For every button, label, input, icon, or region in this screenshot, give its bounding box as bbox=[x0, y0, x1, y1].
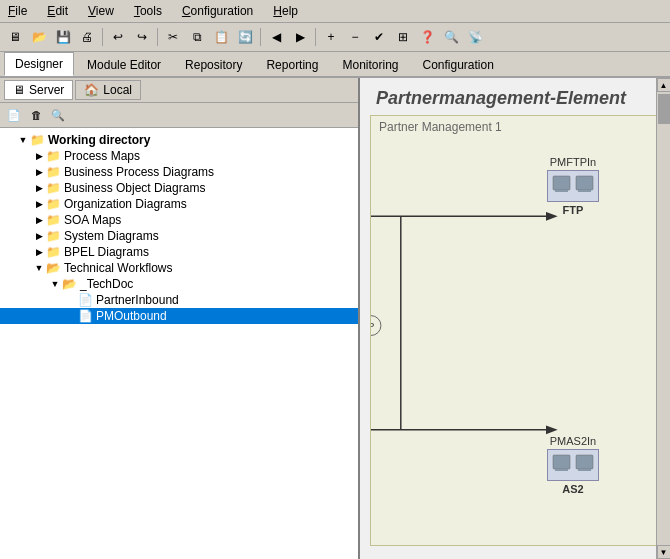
ftp-label: FTP bbox=[563, 204, 584, 216]
home-icon: 🏠 bbox=[84, 83, 99, 97]
toolbar-wireless[interactable]: 📡 bbox=[464, 26, 486, 48]
toolbar-paste[interactable]: 📋 bbox=[210, 26, 232, 48]
right-panel: Partnermanagement-Element Partner Manage… bbox=[360, 78, 670, 559]
left-panel: 🖥 Server 🏠 Local 📄 🗑 🔍 ▼ 📁 Working direc… bbox=[0, 78, 360, 559]
node-as2[interactable]: PMAS2In AS2 bbox=[547, 435, 599, 495]
toolbar-zoom-out[interactable]: − bbox=[344, 26, 366, 48]
sep2 bbox=[157, 28, 158, 46]
scroll-track[interactable] bbox=[658, 94, 670, 543]
toolbar-undo[interactable]: ↩ bbox=[107, 26, 129, 48]
svg-rect-8 bbox=[578, 190, 591, 192]
menu-help[interactable]: Help bbox=[269, 2, 302, 20]
tree-new-btn[interactable]: 📄 bbox=[4, 105, 24, 125]
list-item[interactable]: ▶ 📁 SOA Maps bbox=[0, 212, 358, 228]
expand-root[interactable]: ▼ bbox=[16, 133, 30, 147]
tab-bar: Designer Module Editor Repository Report… bbox=[0, 52, 670, 78]
menu-view[interactable]: View bbox=[84, 2, 118, 20]
folder-closed-icon: 📁 bbox=[46, 149, 61, 163]
menu-bar: File Edit View Tools Configuration Help bbox=[0, 0, 670, 23]
svg-rect-5 bbox=[553, 176, 570, 190]
toolbar-cut[interactable]: ✂ bbox=[162, 26, 184, 48]
main-content: 🖥 Server 🏠 Local 📄 🗑 🔍 ▼ 📁 Working direc… bbox=[0, 78, 670, 559]
list-item[interactable]: 📄 PartnerInbound bbox=[0, 292, 358, 308]
scroll-down-btn[interactable]: ▼ bbox=[657, 545, 671, 559]
sep3 bbox=[260, 28, 261, 46]
pm-title: Partner Management 1 bbox=[371, 116, 659, 138]
toolbar-back[interactable]: ◀ bbox=[265, 26, 287, 48]
list-item[interactable]: ▶ 📁 Business Process Diagrams bbox=[0, 164, 358, 180]
ftp-box bbox=[547, 170, 599, 202]
expand-btn[interactable]: ▶ bbox=[32, 165, 46, 179]
expand-btn[interactable]: ▶ bbox=[32, 181, 46, 195]
list-item[interactable]: ▶ 📁 System Diagrams bbox=[0, 228, 358, 244]
as2-icon bbox=[551, 451, 595, 479]
tab-local[interactable]: 🏠 Local bbox=[75, 80, 141, 100]
tree-delete-btn[interactable]: 🗑 bbox=[26, 105, 46, 125]
expand-btn[interactable]: ▶ bbox=[32, 229, 46, 243]
folder-closed-icon: 📁 bbox=[46, 165, 61, 179]
toolbar-redo[interactable]: ↪ bbox=[131, 26, 153, 48]
expand-btn[interactable]: ▶ bbox=[32, 149, 46, 163]
menu-tools[interactable]: Tools bbox=[130, 2, 166, 20]
list-item[interactable]: ▼ 📂 _TechDoc bbox=[0, 276, 358, 292]
tab-reporting[interactable]: Reporting bbox=[255, 53, 329, 76]
tab-monitoring[interactable]: Monitoring bbox=[331, 53, 409, 76]
toolbar-copy[interactable]: ⧉ bbox=[186, 26, 208, 48]
sep4 bbox=[315, 28, 316, 46]
diagram-title: Partnermanagement-Element bbox=[360, 78, 670, 115]
toolbar-open[interactable]: 📂 bbox=[28, 26, 50, 48]
folder-open-icon: 📂 bbox=[46, 261, 61, 275]
expand-btn[interactable]: ▶ bbox=[32, 213, 46, 227]
folder-closed-icon: 📁 bbox=[46, 213, 61, 227]
server-local-bar: 🖥 Server 🏠 Local bbox=[0, 78, 358, 103]
expand-btn[interactable]: ▶ bbox=[32, 245, 46, 259]
list-item[interactable]: ▶ 📁 BPEL Diagrams bbox=[0, 244, 358, 260]
list-item[interactable]: ▶ 📁 Process Maps bbox=[0, 148, 358, 164]
expand-btn bbox=[64, 309, 78, 323]
toolbar-refresh[interactable]: 🔄 bbox=[234, 26, 256, 48]
expand-btn[interactable]: ▼ bbox=[48, 277, 62, 291]
toolbar-help[interactable]: ❓ bbox=[416, 26, 438, 48]
tab-repository[interactable]: Repository bbox=[174, 53, 253, 76]
svg-rect-12 bbox=[578, 469, 591, 471]
node-ftp[interactable]: PMFTPIn FTP bbox=[547, 156, 599, 216]
toolbar-check[interactable]: ✔ bbox=[368, 26, 390, 48]
tree-toolbar: 📄 🗑 🔍 bbox=[0, 103, 358, 128]
expand-btn bbox=[64, 293, 78, 307]
expand-btn[interactable]: ▼ bbox=[32, 261, 46, 275]
menu-edit[interactable]: Edit bbox=[43, 2, 72, 20]
svg-rect-7 bbox=[576, 176, 593, 190]
list-item[interactable]: ▼ 📂 Technical Workflows bbox=[0, 260, 358, 276]
tab-configuration[interactable]: Configuration bbox=[412, 53, 505, 76]
folder-closed-icon: 📁 bbox=[46, 197, 61, 211]
file-icon: 📄 bbox=[78, 293, 93, 307]
toolbar-new[interactable]: 🖥 bbox=[4, 26, 26, 48]
toolbar-grid[interactable]: ⊞ bbox=[392, 26, 414, 48]
toolbar-zoom-in[interactable]: + bbox=[320, 26, 342, 48]
tree-item-pmoutbound[interactable]: 📄 PMOutbound bbox=[0, 308, 358, 324]
list-item[interactable]: ▶ 📁 Organization Diagrams bbox=[0, 196, 358, 212]
scroll-up-btn[interactable]: ▲ bbox=[657, 78, 671, 92]
toolbar-search[interactable]: 🔍 bbox=[440, 26, 462, 48]
tab-module-editor[interactable]: Module Editor bbox=[76, 53, 172, 76]
menu-file[interactable]: File bbox=[4, 2, 31, 20]
right-scrollbar[interactable]: ▲ ▼ bbox=[656, 78, 670, 559]
tab-server[interactable]: 🖥 Server bbox=[4, 80, 73, 100]
toolbar-save[interactable]: 💾 bbox=[52, 26, 74, 48]
toolbar-print[interactable]: 🖨 bbox=[76, 26, 98, 48]
diagram-svg: P bbox=[371, 116, 659, 545]
tab-designer[interactable]: Designer bbox=[4, 52, 74, 76]
svg-rect-9 bbox=[553, 455, 570, 469]
tree-view[interactable]: ▼ 📁 Working directory ▶ 📁 Process Maps ▶… bbox=[0, 128, 358, 559]
menu-configuration[interactable]: Configuration bbox=[178, 2, 257, 20]
expand-btn[interactable]: ▶ bbox=[32, 197, 46, 211]
toolbar-forward[interactable]: ▶ bbox=[289, 26, 311, 48]
scroll-thumb[interactable] bbox=[658, 94, 670, 124]
list-item[interactable]: ▶ 📁 Business Object Diagrams bbox=[0, 180, 358, 196]
folder-closed-icon: 📁 bbox=[46, 245, 61, 259]
tree-root[interactable]: ▼ 📁 Working directory bbox=[0, 132, 358, 148]
diagram-area: Partnermanagement-Element Partner Manage… bbox=[360, 78, 670, 559]
folder-icon: 📁 bbox=[30, 133, 45, 147]
svg-rect-10 bbox=[555, 469, 568, 471]
tree-search-btn[interactable]: 🔍 bbox=[48, 105, 68, 125]
